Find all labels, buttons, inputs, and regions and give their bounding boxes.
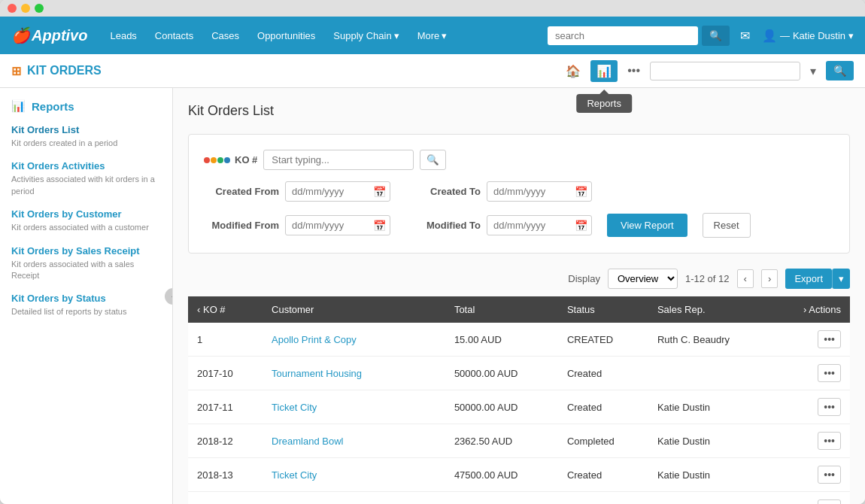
reports-icon-button[interactable]: 📊 Reports	[590, 60, 618, 82]
sidebar: 📊 Reports Kit Orders List Kit orders cre…	[0, 88, 173, 504]
nav-more[interactable]: More ▾	[410, 26, 455, 46]
row-action-button[interactable]: •••	[818, 330, 841, 348]
table-row: 2 Absolute Nursing Care Inc 137.70 AUD C…	[188, 492, 850, 505]
cell-customer[interactable]: Tournament Housing	[263, 357, 445, 390]
row-action-button[interactable]: •••	[818, 432, 841, 450]
nav-leads[interactable]: Leads	[102, 26, 144, 46]
table-body: 1 Apollo Print & Copy 15.00 AUD CREATED …	[188, 323, 850, 504]
search-button[interactable]: 🔍	[702, 26, 730, 46]
logo[interactable]: 🍎 Apptivo	[11, 26, 87, 44]
sidebar-item-kit-orders-by-customer[interactable]: Kit Orders by Customer Kit orders associ…	[11, 208, 161, 233]
sidebar-item-name[interactable]: Kit Orders by Status	[11, 293, 161, 304]
row-action-button[interactable]: •••	[818, 466, 841, 484]
more-options-button[interactable]: •••	[621, 60, 646, 81]
search-input[interactable]	[548, 26, 698, 45]
cell-customer[interactable]: Ticket City	[263, 390, 445, 424]
sidebar-item-name[interactable]: Kit Orders by Sales Receipt	[11, 245, 161, 257]
main-content: Kit Orders List KO # 🔍	[173, 88, 865, 504]
home-icon-button[interactable]: 🏠	[560, 60, 587, 82]
nav-contacts[interactable]: Contacts	[147, 26, 201, 46]
sidebar-item-kit-orders-by-status[interactable]: Kit Orders by Status Detailed list of re…	[11, 293, 161, 317]
filter-row-2: Modified From 📅 Modified To 📅 Vie	[204, 213, 834, 238]
close-dot[interactable]	[8, 4, 17, 13]
export-dropdown-button[interactable]: ▾	[832, 269, 850, 289]
row-action-button[interactable]: •••	[818, 364, 841, 382]
cell-ko: 2	[188, 492, 263, 505]
pagination-info: 1-12 of 12	[685, 273, 730, 284]
created-from-input[interactable]	[285, 181, 390, 202]
sub-header: ⊞ KIT ORDERS 🏠 📊 Reports ••• ▾ 🔍	[0, 54, 865, 88]
sidebar-item-desc: Kit orders created in a period	[11, 138, 161, 149]
table-row: 2018-13 Ticket City 47500.00 AUD Created…	[188, 458, 850, 492]
user-menu[interactable]: — Katie Dustin ▾	[780, 30, 854, 41]
cell-customer[interactable]: Apollo Print & Copy	[263, 323, 445, 357]
dropdown-bar: ▾ 🔍	[650, 60, 854, 82]
maximize-dot[interactable]	[35, 4, 44, 13]
sidebar-item-desc: Kit orders associated with a sales Recei…	[11, 259, 161, 282]
ko-search-input[interactable]	[263, 150, 414, 170]
row-action-button[interactable]: •••	[818, 398, 841, 416]
cell-ko: 1	[188, 323, 263, 357]
cell-total: 50000.00 AUD	[445, 390, 558, 424]
cell-actions: •••	[773, 390, 850, 424]
kit-icon: ⊞	[11, 64, 21, 78]
sidebar-collapse-button[interactable]: ‹	[165, 288, 173, 305]
modified-to-input[interactable]	[487, 215, 592, 235]
sidebar-item-desc: Kit orders associated with a customer	[11, 222, 161, 233]
created-to-wrap: 📅	[487, 181, 592, 202]
table-row: 1 Apollo Print & Copy 15.00 AUD CREATED …	[188, 323, 850, 357]
sidebar-item-name[interactable]: Kit Orders by Customer	[11, 208, 161, 220]
sidebar-item-name[interactable]: Kit Orders List	[11, 124, 161, 135]
display-select[interactable]: Overview	[608, 269, 678, 289]
cell-total: 137.70 AUD	[445, 492, 558, 505]
display-label: Display	[568, 273, 600, 284]
title-bar	[0, 0, 865, 17]
cell-actions: •••	[773, 424, 850, 458]
bar-chart-icon: 📊	[596, 65, 612, 77]
sidebar-item-desc: Detailed list of reports by status	[11, 306, 161, 317]
navbar: 🍎 Apptivo Leads Contacts Cases Opportuni…	[0, 17, 865, 54]
modified-from-group: Modified From 📅	[204, 215, 390, 235]
next-page-button[interactable]: ›	[761, 269, 778, 288]
cell-customer[interactable]: Absolute Nursing Care Inc	[263, 492, 445, 505]
sidebar-item-kit-orders-list[interactable]: Kit Orders List Kit orders created in a …	[11, 124, 161, 149]
cell-ko: 2017-10	[188, 357, 263, 390]
main-layout: 📊 Reports Kit Orders List Kit orders cre…	[0, 88, 865, 504]
data-table: ‹ KO # Customer Total Status Sales Rep. …	[188, 296, 850, 504]
modified-from-input[interactable]	[285, 215, 390, 235]
reset-button[interactable]: Reset	[703, 213, 751, 238]
modified-to-group: Modified To 📅	[405, 215, 592, 235]
sub-search-input[interactable]	[650, 62, 800, 80]
modified-to-wrap: 📅	[487, 215, 592, 235]
mail-icon-button[interactable]: ✉	[737, 26, 753, 46]
col-ko: ‹ KO #	[188, 296, 263, 323]
sidebar-item-kit-orders-activities[interactable]: Kit Orders Activities Activities associa…	[11, 160, 161, 197]
cell-customer[interactable]: Ticket City	[263, 458, 445, 492]
nav-cases[interactable]: Cases	[204, 26, 247, 46]
app-window: 🍎 Apptivo Leads Contacts Cases Opportuni…	[0, 0, 865, 504]
nav-icons: ✉ 👤	[737, 26, 780, 46]
created-from-wrap: 📅	[285, 181, 390, 202]
view-report-button[interactable]: View Report	[607, 214, 687, 237]
row-action-button[interactable]: •••	[818, 499, 841, 504]
sidebar-item-kit-orders-by-sales-receipt[interactable]: Kit Orders by Sales Receipt Kit orders a…	[11, 245, 161, 282]
kit-orders-label: KIT ORDERS	[27, 64, 102, 77]
export-button[interactable]: Export	[785, 269, 832, 289]
nav-links: Leads Contacts Cases Opportunities Suppl…	[102, 26, 547, 46]
export-button-group: Export ▾	[785, 269, 850, 289]
minimize-dot[interactable]	[21, 4, 30, 13]
cell-customer[interactable]: Dreamland Bowl	[263, 424, 445, 458]
cell-total: 50000.00 AUD	[445, 357, 558, 390]
chevron-down-icon: ▾	[442, 30, 447, 41]
created-to-input[interactable]	[487, 181, 592, 202]
sub-search-dropdown[interactable]: ▾	[804, 60, 822, 82]
nav-supply-chain[interactable]: Supply Chain ▾	[326, 26, 406, 46]
sidebar-item-name[interactable]: Kit Orders Activities	[11, 160, 161, 172]
ko-search-button[interactable]: 🔍	[420, 150, 446, 170]
prev-page-button[interactable]: ‹	[737, 269, 754, 288]
filter-form: KO # 🔍 Created From 📅 Crea	[188, 134, 850, 254]
user-icon-button[interactable]: 👤	[759, 26, 780, 46]
nav-opportunities[interactable]: Opportunities	[250, 26, 323, 46]
sub-search-button[interactable]: 🔍	[826, 61, 854, 80]
modified-from-label: Modified From	[204, 220, 279, 231]
